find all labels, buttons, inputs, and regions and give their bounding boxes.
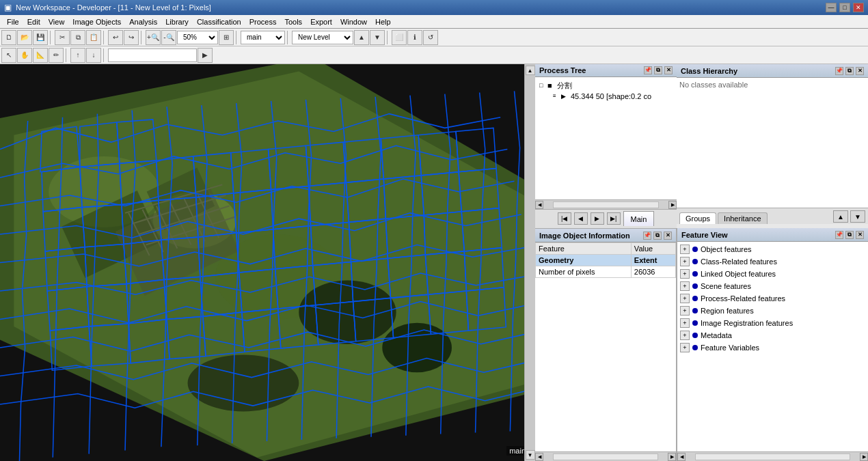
- fv-expand-process[interactable]: +: [680, 294, 690, 303]
- ioi-scroll-right[interactable]: ▶: [668, 453, 676, 461]
- table-row[interactable]: Number of pixels 26036: [536, 266, 676, 278]
- tb-tool3[interactable]: ↺: [423, 30, 438, 45]
- tb-zoom-in[interactable]: +🔍: [146, 30, 161, 45]
- process-tree-controls[interactable]: 📌 ⧉ ✕: [644, 66, 673, 74]
- ioi-scrollbar-track[interactable]: [553, 453, 658, 460]
- scroll-down-arrow[interactable]: ▼: [526, 450, 535, 460]
- process-tree-float[interactable]: ⧉: [654, 66, 662, 74]
- fv-expand-scene[interactable]: +: [680, 281, 690, 291]
- fv-controls[interactable]: 📌 ⧉ ✕: [835, 231, 864, 239]
- process-tree-pin[interactable]: 📌: [644, 66, 652, 74]
- fv-item-process[interactable]: + Process-Related features: [679, 292, 867, 305]
- menu-process[interactable]: Process: [245, 16, 281, 27]
- tb2-down[interactable]: ↓: [86, 48, 101, 63]
- class-hierarchy-tabs[interactable]: Groups Inheritance ▲ ▼: [677, 208, 868, 224]
- fv-scroll-left[interactable]: ◀: [677, 453, 686, 461]
- menu-classification[interactable]: Classification: [193, 16, 245, 27]
- ch-tab-groups[interactable]: Groups: [679, 212, 716, 224]
- fv-expand-metadata[interactable]: +: [680, 331, 690, 340]
- tb2-up[interactable]: ↑: [70, 48, 85, 63]
- fv-close[interactable]: ✕: [856, 231, 864, 239]
- fv-scrollbar-track[interactable]: [695, 453, 850, 460]
- fv-float[interactable]: ⧉: [845, 231, 854, 239]
- tb2-pan[interactable]: ✋: [17, 48, 32, 63]
- close-button[interactable]: ✕: [853, 3, 864, 12]
- menu-file[interactable]: File: [3, 16, 23, 27]
- ch-pin[interactable]: 📌: [835, 67, 843, 75]
- fv-item-metadata[interactable]: + Metadata: [679, 329, 867, 341]
- process-tree-nav[interactable]: |◀ ◀ ▶ ▶| Main: [535, 209, 677, 228]
- tb-level-up[interactable]: ▲: [354, 30, 369, 45]
- tb-tool1[interactable]: ⬜: [392, 30, 407, 45]
- menu-view[interactable]: View: [44, 16, 69, 27]
- tb-undo[interactable]: ↩: [108, 30, 123, 45]
- fv-expand-object[interactable]: +: [680, 245, 690, 254]
- menu-export[interactable]: Export: [306, 16, 336, 27]
- tree-item-root[interactable]: □ ■ 分割: [538, 80, 674, 92]
- hscroll-left[interactable]: ◀: [535, 201, 543, 209]
- ioi-hscroll[interactable]: ◀ ▶: [535, 451, 676, 461]
- tb-level-down[interactable]: ▼: [370, 30, 385, 45]
- fv-pin[interactable]: 📌: [835, 231, 843, 239]
- ioi-scroll-left[interactable]: ◀: [535, 453, 543, 461]
- coord-input[interactable]: [108, 48, 197, 62]
- menu-help[interactable]: Help: [371, 16, 395, 27]
- hscroll-right[interactable]: ▶: [668, 201, 677, 209]
- fv-item-scene[interactable]: + Scene features: [679, 280, 867, 292]
- nav-last[interactable]: ▶|: [607, 212, 621, 225]
- menu-tools[interactable]: Tools: [280, 16, 306, 27]
- ioi-content[interactable]: Feature Value Geometry Extent Number of …: [535, 242, 676, 451]
- layer-dropdown[interactable]: main: [241, 31, 285, 44]
- fv-scroll-right[interactable]: ▶: [860, 453, 868, 461]
- tree-toggle[interactable]: □: [539, 82, 547, 89]
- nav-first[interactable]: |◀: [558, 212, 571, 225]
- ch-tab-inheritance[interactable]: Inheritance: [718, 212, 767, 224]
- menu-library[interactable]: Library: [161, 16, 193, 27]
- ch-down-btn[interactable]: ▼: [850, 210, 865, 223]
- fv-item-object[interactable]: + Object features: [679, 243, 867, 255]
- scroll-up-arrow[interactable]: ▲: [526, 66, 535, 75]
- tb-fit[interactable]: ⊞: [219, 30, 234, 45]
- fv-expand-class[interactable]: +: [680, 257, 690, 266]
- tree-item-child[interactable]: ≡ ▶ 45.344 50 [shape:0.2 co: [552, 92, 674, 101]
- ch-arrow-buttons[interactable]: ▲ ▼: [833, 210, 865, 224]
- minimize-button[interactable]: —: [826, 3, 837, 12]
- tb-save[interactable]: 💾: [33, 30, 48, 45]
- menu-edit[interactable]: Edit: [23, 16, 44, 27]
- ch-up-btn[interactable]: ▲: [833, 210, 848, 223]
- fv-item-image-reg[interactable]: + Image Registration features: [679, 317, 867, 329]
- zoom-dropdown[interactable]: 50% 100% 200%: [177, 31, 218, 44]
- fv-item-class[interactable]: + Class-Related features: [679, 255, 867, 268]
- tb-new[interactable]: 🗋: [1, 30, 16, 45]
- level-dropdown[interactable]: New Level: [292, 31, 353, 44]
- class-hierarchy-controls[interactable]: 📌 ⧉ ✕: [835, 67, 864, 75]
- fv-expand-image-reg[interactable]: +: [680, 318, 690, 328]
- fv-expand-variables[interactable]: +: [680, 343, 690, 352]
- fv-item-region[interactable]: + Region features: [679, 305, 867, 317]
- process-tree-content[interactable]: □ ■ 分割 ≡ ▶ 45.344 50 [shape:0.2 co: [535, 77, 677, 200]
- fv-content[interactable]: + Object features + Class-Related featur…: [677, 242, 868, 451]
- tb-copy[interactable]: ⧉: [70, 30, 85, 45]
- nav-next[interactable]: ▶: [591, 212, 604, 225]
- process-tree-close[interactable]: ✕: [664, 66, 673, 74]
- tb2-select[interactable]: ↖: [1, 48, 16, 63]
- tb2-measure[interactable]: 📐: [33, 48, 48, 63]
- nav-tab-main[interactable]: Main: [623, 211, 655, 226]
- tb-tool2[interactable]: ℹ: [407, 30, 422, 45]
- nav-prev[interactable]: ◀: [574, 212, 588, 225]
- menu-image-objects[interactable]: Image Objects: [68, 16, 125, 27]
- ch-float[interactable]: ⧉: [845, 67, 854, 75]
- fv-expand-region[interactable]: +: [680, 306, 690, 316]
- fv-expand-linked[interactable]: +: [680, 269, 690, 279]
- menu-analysis[interactable]: Analysis: [125, 16, 161, 27]
- ioi-controls[interactable]: 📌 ⧉ ✕: [643, 232, 672, 240]
- ioi-pin[interactable]: 📌: [643, 232, 651, 240]
- ioi-close[interactable]: ✕: [664, 232, 672, 240]
- tb-cut[interactable]: ✂: [55, 30, 70, 45]
- tb-zoom-out[interactable]: -🔍: [161, 30, 176, 45]
- maximize-button[interactable]: □: [839, 3, 850, 12]
- tb2-edit[interactable]: ✏: [49, 48, 64, 63]
- map-view[interactable]: main ▲ ▼: [0, 64, 535, 461]
- title-bar-controls[interactable]: — □ ✕: [826, 3, 864, 12]
- ch-close[interactable]: ✕: [856, 67, 864, 75]
